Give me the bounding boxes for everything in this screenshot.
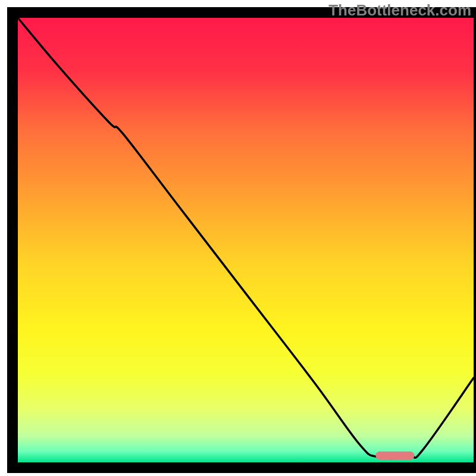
- plot-background: [18, 18, 474, 462]
- optimal-zone-marker: [375, 452, 414, 460]
- chart-svg: [0, 0, 476, 476]
- watermark-text: TheBottleneck.com: [328, 1, 471, 20]
- bottleneck-chart: TheBottleneck.com: [0, 0, 476, 476]
